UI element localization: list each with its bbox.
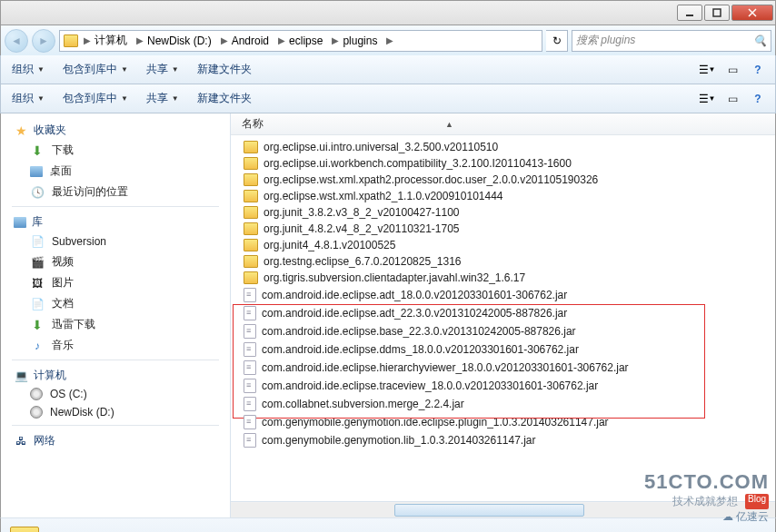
file-row[interactable]: com.android.ide.eclipse.base_22.3.0.v201…	[231, 322, 775, 340]
breadcrumb-item[interactable]: ▶NewDisk (D:)	[133, 34, 215, 47]
share-button[interactable]: 共享▼	[143, 89, 183, 108]
folder-icon	[244, 206, 258, 219]
file-name: com.genymobile.genymotion.lib_1.0.3.2014…	[262, 434, 536, 447]
file-row[interactable]: org.eclipse.ui.intro.universal_3.2.500.v…	[231, 139, 775, 155]
newfolder-button[interactable]: 新建文件夹	[194, 89, 255, 108]
sidebar-item-music[interactable]: ♪音乐	[1, 335, 230, 356]
jar-file-icon	[244, 415, 256, 429]
computer-header[interactable]: 💻计算机	[1, 364, 230, 385]
navigation-pane: ★收藏夹 ⬇下载 桌面 🕓最近访问的位置 库 📄Subversion 🎬视频 🖼…	[1, 113, 231, 517]
help-button[interactable]: ?	[748, 60, 768, 80]
breadcrumb-item[interactable]: ▶计算机	[80, 33, 131, 48]
file-name: com.genymobile.genymotion.ide.eclipse.pl…	[262, 416, 609, 429]
jar-file-icon	[244, 360, 256, 375]
file-row[interactable]: com.android.ide.eclipse.hierarchyviewer_…	[231, 359, 775, 377]
search-placeholder: 搜索 plugins	[576, 33, 635, 48]
file-row[interactable]: org.eclipse.wst.xml.xpath2_1.1.0.v200910…	[231, 188, 775, 204]
jar-file-icon	[244, 288, 256, 302]
newfolder-button[interactable]: 新建文件夹	[194, 60, 255, 79]
jar-file-icon	[244, 306, 256, 320]
scrollbar-thumb[interactable]	[394, 504, 585, 517]
folder-icon	[244, 141, 258, 153]
file-name: com.android.ide.eclipse.ddms_18.0.0.v201…	[262, 343, 579, 356]
file-row[interactable]: org.eclipse.ui.workbench.compatibility_3…	[231, 155, 775, 172]
file-row[interactable]: org.junit_3.8.2.v3_8_2_v20100427-1100	[231, 204, 775, 221]
file-row[interactable]: org.testng.eclipse_6.7.0.20120825_1316	[231, 253, 775, 270]
include-button[interactable]: 包含到库中▼	[59, 89, 132, 108]
folder-icon	[244, 239, 258, 251]
video-icon: 🎬	[30, 255, 45, 270]
file-row[interactable]: com.genymobile.genymotion.lib_1.0.3.2014…	[231, 431, 775, 449]
file-row[interactable]: com.android.ide.eclipse.adt_22.3.0.v2013…	[231, 304, 775, 322]
sidebar-item-xunlei[interactable]: ⬇迅雷下载	[1, 314, 230, 335]
library-icon	[14, 217, 26, 228]
breadcrumb-more[interactable]: ▶	[383, 35, 397, 45]
jar-file-icon	[244, 433, 256, 448]
window-titlebar	[0, 0, 776, 25]
minimize-button[interactable]	[677, 5, 702, 21]
status-bar: 818 个对象	[1, 518, 775, 532]
file-row[interactable]: com.collabnet.subversion.merge_2.2.4.jar	[231, 395, 775, 413]
sidebar-item-pictures[interactable]: 🖼图片	[1, 272, 230, 293]
maximize-button[interactable]	[704, 5, 730, 21]
sidebar-item-drive-c[interactable]: OS (C:)	[1, 385, 230, 403]
recent-icon: 🕓	[30, 185, 45, 200]
svn-icon: 📄	[30, 234, 45, 249]
file-row[interactable]: org.junit_4.8.2.v4_8_2_v20110321-1705	[231, 221, 775, 237]
search-input[interactable]: 搜索 plugins 🔍	[572, 30, 771, 52]
file-name: org.junit4_4.8.1.v20100525	[264, 239, 395, 251]
sidebar-item-drive-d[interactable]: NewDisk (D:)	[1, 403, 230, 421]
preview-pane-button[interactable]: ▭	[722, 60, 742, 80]
file-row[interactable]: org.tigris.subversion.clientadapter.java…	[231, 270, 775, 286]
file-row[interactable]: com.genymobile.genymotion.ide.eclipse.pl…	[231, 413, 775, 431]
breadcrumb-item[interactable]: ▶eclipse	[274, 34, 326, 47]
file-row[interactable]: com.android.ide.eclipse.adt_18.0.0.v2012…	[231, 286, 775, 304]
file-row[interactable]: com.android.ide.eclipse.traceview_18.0.0…	[231, 377, 775, 395]
sidebar-item-videos[interactable]: 🎬视频	[1, 251, 230, 272]
share-button[interactable]: 共享▼	[143, 60, 183, 79]
include-button[interactable]: 包含到库中▼	[59, 60, 132, 79]
document-icon: 📄	[30, 297, 45, 311]
folder-icon	[244, 255, 258, 268]
sidebar-item-subversion[interactable]: 📄Subversion	[1, 232, 230, 251]
breadcrumb-item[interactable]: ▶plugins	[328, 34, 381, 47]
column-header-name[interactable]: 名称▲	[231, 113, 775, 135]
help-button[interactable]: ?	[748, 89, 768, 109]
sidebar-item-desktop[interactable]: 桌面	[1, 161, 230, 182]
view-button[interactable]: ☰▼	[697, 60, 717, 80]
preview-pane-button[interactable]: ▭	[722, 89, 742, 109]
search-icon: 🔍	[753, 34, 767, 47]
file-name: org.eclipse.wst.xml.xpath2_1.1.0.v200910…	[264, 190, 503, 202]
horizontal-scrollbar[interactable]	[231, 501, 775, 517]
organize-button[interactable]: 组织▼	[8, 60, 48, 79]
network-header[interactable]: 🖧网络	[1, 429, 230, 450]
sidebar-item-downloads[interactable]: ⬇下载	[1, 140, 230, 161]
close-button[interactable]	[731, 5, 773, 21]
file-list: org.eclipse.ui.intro.universal_3.2.500.v…	[231, 135, 775, 501]
libraries-header[interactable]: 库	[1, 211, 230, 232]
star-icon: ★	[14, 123, 28, 138]
breadcrumb-item[interactable]: ▶Android	[217, 34, 273, 47]
sidebar-item-recent[interactable]: 🕓最近访问的位置	[1, 182, 230, 202]
file-name: org.eclipse.ui.workbench.compatibility_3…	[264, 157, 572, 170]
breadcrumb[interactable]: ▶计算机 ▶NewDisk (D:) ▶Android ▶eclipse ▶pl…	[59, 30, 542, 52]
music-icon: ♪	[30, 339, 45, 353]
desktop-icon	[30, 166, 43, 177]
file-row[interactable]: org.junit4_4.8.1.v20100525	[231, 237, 775, 253]
folder-icon	[244, 222, 258, 235]
organize-button[interactable]: 组织▼	[8, 89, 48, 108]
folder-icon	[244, 271, 258, 284]
view-button[interactable]: ☰▼	[697, 89, 717, 109]
sidebar-item-documents[interactable]: 📄文档	[1, 293, 230, 314]
refresh-button[interactable]: ↻	[546, 30, 568, 52]
nav-forward-button[interactable]: ►	[32, 29, 55, 53]
nav-back-button[interactable]: ◄	[5, 29, 28, 53]
file-row[interactable]: com.android.ide.eclipse.ddms_18.0.0.v201…	[231, 340, 775, 359]
jar-file-icon	[244, 342, 256, 357]
file-row[interactable]: org.eclipse.wst.xml.xpath2.processor.doc…	[231, 172, 775, 188]
file-name: com.android.ide.eclipse.adt_18.0.0.v2012…	[262, 289, 567, 301]
favorites-header[interactable]: ★收藏夹	[1, 119, 230, 140]
svg-rect-1	[713, 9, 721, 16]
sort-asc-icon: ▲	[445, 120, 453, 129]
file-name: org.eclipse.ui.intro.universal_3.2.500.v…	[264, 141, 498, 153]
